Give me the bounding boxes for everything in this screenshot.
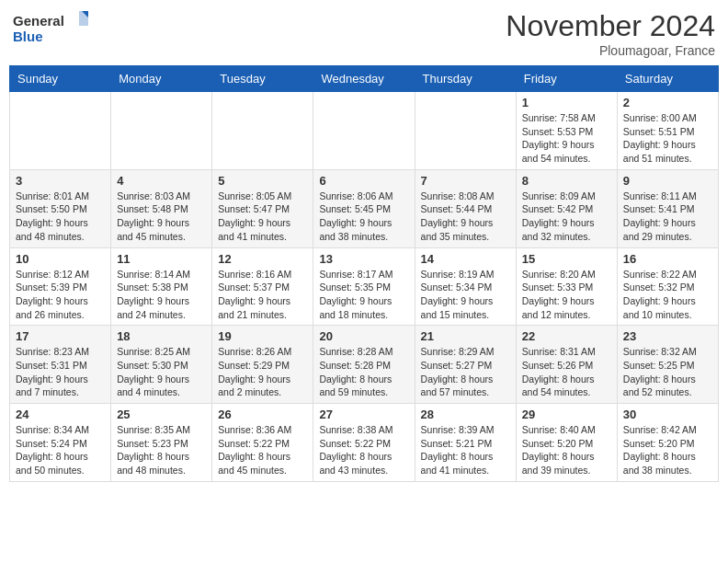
day-number: 24 <box>16 408 105 421</box>
week-row-5: 24Sunrise: 8:34 AM Sunset: 5:24 PM Dayli… <box>10 404 719 482</box>
day-cell: 3Sunrise: 8:01 AM Sunset: 5:50 PM Daylig… <box>10 169 111 247</box>
day-cell: 2Sunrise: 8:00 AM Sunset: 5:51 PM Daylig… <box>617 92 718 170</box>
month-title: November 2024 <box>506 9 715 43</box>
day-number: 6 <box>319 174 408 188</box>
day-info: Sunrise: 8:22 AM Sunset: 5:32 PM Dayligh… <box>623 268 712 322</box>
logo-svg: General Blue <box>13 9 96 50</box>
day-cell: 20Sunrise: 8:28 AM Sunset: 5:28 PM Dayli… <box>313 326 415 404</box>
page-header: General Blue November 2024 Ploumagoar, F… <box>9 9 719 58</box>
day-cell: 5Sunrise: 8:05 AM Sunset: 5:47 PM Daylig… <box>212 169 313 247</box>
day-number: 23 <box>623 329 712 343</box>
day-number: 26 <box>218 408 307 421</box>
day-cell: 22Sunrise: 8:31 AM Sunset: 5:26 PM Dayli… <box>516 326 617 404</box>
day-cell: 26Sunrise: 8:36 AM Sunset: 5:22 PM Dayli… <box>212 404 313 482</box>
day-number: 14 <box>421 252 510 266</box>
day-cell: 18Sunrise: 8:25 AM Sunset: 5:30 PM Dayli… <box>111 326 212 404</box>
weekday-header-friday: Friday <box>516 66 617 92</box>
day-number: 21 <box>421 329 510 343</box>
day-info: Sunrise: 8:36 AM Sunset: 5:22 PM Dayligh… <box>218 423 307 477</box>
day-info: Sunrise: 8:14 AM Sunset: 5:38 PM Dayligh… <box>117 268 206 322</box>
day-cell <box>212 92 313 170</box>
day-info: Sunrise: 8:32 AM Sunset: 5:25 PM Dayligh… <box>623 345 712 399</box>
day-info: Sunrise: 8:17 AM Sunset: 5:35 PM Dayligh… <box>319 268 408 322</box>
day-number: 8 <box>522 174 611 188</box>
day-cell: 4Sunrise: 8:03 AM Sunset: 5:48 PM Daylig… <box>111 169 212 247</box>
weekday-header-sunday: Sunday <box>10 66 111 92</box>
day-info: Sunrise: 7:58 AM Sunset: 5:53 PM Dayligh… <box>522 111 611 166</box>
day-cell: 28Sunrise: 8:39 AM Sunset: 5:21 PM Dayli… <box>415 404 516 482</box>
day-info: Sunrise: 8:35 AM Sunset: 5:23 PM Dayligh… <box>117 423 206 477</box>
day-number: 4 <box>117 174 206 188</box>
day-number: 11 <box>117 252 206 266</box>
svg-text:Blue: Blue <box>13 29 43 44</box>
day-number: 7 <box>421 174 510 188</box>
calendar: SundayMondayTuesdayWednesdayThursdayFrid… <box>9 65 719 482</box>
day-info: Sunrise: 8:08 AM Sunset: 5:44 PM Dayligh… <box>421 190 510 244</box>
day-info: Sunrise: 8:16 AM Sunset: 5:37 PM Dayligh… <box>218 268 307 322</box>
day-cell: 27Sunrise: 8:38 AM Sunset: 5:22 PM Dayli… <box>313 404 415 482</box>
day-cell <box>10 92 111 170</box>
day-info: Sunrise: 8:25 AM Sunset: 5:30 PM Dayligh… <box>117 345 206 399</box>
day-info: Sunrise: 8:23 AM Sunset: 5:31 PM Dayligh… <box>16 345 105 399</box>
week-row-3: 10Sunrise: 8:12 AM Sunset: 5:39 PM Dayli… <box>10 247 719 326</box>
day-info: Sunrise: 8:06 AM Sunset: 5:45 PM Dayligh… <box>319 190 408 244</box>
day-cell <box>415 92 516 170</box>
day-number: 22 <box>522 329 611 343</box>
week-row-1: 1Sunrise: 7:58 AM Sunset: 5:53 PM Daylig… <box>10 92 719 170</box>
day-cell: 12Sunrise: 8:16 AM Sunset: 5:37 PM Dayli… <box>212 247 313 326</box>
day-cell: 19Sunrise: 8:26 AM Sunset: 5:29 PM Dayli… <box>212 326 313 404</box>
day-cell: 1Sunrise: 7:58 AM Sunset: 5:53 PM Daylig… <box>516 92 617 170</box>
day-info: Sunrise: 8:28 AM Sunset: 5:28 PM Dayligh… <box>319 345 408 399</box>
day-number: 25 <box>117 408 206 421</box>
day-info: Sunrise: 8:20 AM Sunset: 5:33 PM Dayligh… <box>522 268 611 322</box>
day-number: 27 <box>319 408 408 421</box>
day-info: Sunrise: 8:01 AM Sunset: 5:50 PM Dayligh… <box>16 190 105 244</box>
day-number: 19 <box>218 329 307 343</box>
day-number: 3 <box>16 174 105 188</box>
day-cell: 21Sunrise: 8:29 AM Sunset: 5:27 PM Dayli… <box>415 326 516 404</box>
weekday-header-thursday: Thursday <box>415 66 516 92</box>
day-info: Sunrise: 8:03 AM Sunset: 5:48 PM Dayligh… <box>117 190 206 244</box>
location: Ploumagoar, France <box>506 43 715 58</box>
day-info: Sunrise: 8:05 AM Sunset: 5:47 PM Dayligh… <box>218 190 307 244</box>
day-info: Sunrise: 8:34 AM Sunset: 5:24 PM Dayligh… <box>16 423 105 477</box>
day-cell: 9Sunrise: 8:11 AM Sunset: 5:41 PM Daylig… <box>617 169 718 247</box>
day-cell: 13Sunrise: 8:17 AM Sunset: 5:35 PM Dayli… <box>313 247 415 326</box>
day-info: Sunrise: 8:11 AM Sunset: 5:41 PM Dayligh… <box>623 190 712 244</box>
day-cell: 10Sunrise: 8:12 AM Sunset: 5:39 PM Dayli… <box>10 247 111 326</box>
day-cell: 23Sunrise: 8:32 AM Sunset: 5:25 PM Dayli… <box>617 326 718 404</box>
day-cell: 15Sunrise: 8:20 AM Sunset: 5:33 PM Dayli… <box>516 247 617 326</box>
weekday-header-row: SundayMondayTuesdayWednesdayThursdayFrid… <box>10 66 719 92</box>
day-number: 2 <box>623 96 712 109</box>
day-number: 9 <box>623 174 712 188</box>
day-number: 1 <box>522 96 611 109</box>
logo: General Blue <box>13 9 96 50</box>
day-cell: 7Sunrise: 8:08 AM Sunset: 5:44 PM Daylig… <box>415 169 516 247</box>
day-number: 18 <box>117 329 206 343</box>
day-number: 29 <box>522 408 611 421</box>
day-cell <box>111 92 212 170</box>
day-cell: 11Sunrise: 8:14 AM Sunset: 5:38 PM Dayli… <box>111 247 212 326</box>
day-number: 15 <box>522 252 611 266</box>
day-cell: 8Sunrise: 8:09 AM Sunset: 5:42 PM Daylig… <box>516 169 617 247</box>
weekday-header-tuesday: Tuesday <box>212 66 313 92</box>
svg-text:General: General <box>13 13 64 29</box>
day-info: Sunrise: 8:31 AM Sunset: 5:26 PM Dayligh… <box>522 345 611 399</box>
day-number: 10 <box>16 252 105 266</box>
weekday-header-saturday: Saturday <box>617 66 718 92</box>
day-info: Sunrise: 8:42 AM Sunset: 5:20 PM Dayligh… <box>623 423 712 477</box>
day-number: 13 <box>319 252 408 266</box>
day-info: Sunrise: 8:26 AM Sunset: 5:29 PM Dayligh… <box>218 345 307 399</box>
day-cell: 24Sunrise: 8:34 AM Sunset: 5:24 PM Dayli… <box>10 404 111 482</box>
day-number: 12 <box>218 252 307 266</box>
day-info: Sunrise: 8:00 AM Sunset: 5:51 PM Dayligh… <box>623 111 712 166</box>
day-cell: 6Sunrise: 8:06 AM Sunset: 5:45 PM Daylig… <box>313 169 415 247</box>
day-number: 17 <box>16 329 105 343</box>
day-number: 28 <box>421 408 510 421</box>
day-cell: 14Sunrise: 8:19 AM Sunset: 5:34 PM Dayli… <box>415 247 516 326</box>
day-cell: 30Sunrise: 8:42 AM Sunset: 5:20 PM Dayli… <box>617 404 718 482</box>
day-info: Sunrise: 8:38 AM Sunset: 5:22 PM Dayligh… <box>319 423 408 477</box>
day-cell: 25Sunrise: 8:35 AM Sunset: 5:23 PM Dayli… <box>111 404 212 482</box>
weekday-header-wednesday: Wednesday <box>313 66 415 92</box>
day-info: Sunrise: 8:12 AM Sunset: 5:39 PM Dayligh… <box>16 268 105 322</box>
